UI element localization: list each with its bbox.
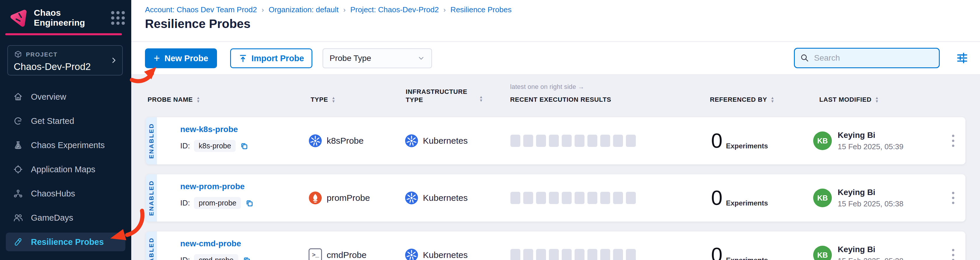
breadcrumb-project[interactable]: Project: Chaos-Dev-Prod2 — [350, 5, 439, 14]
target-icon — [13, 164, 23, 174]
import-probe-button[interactable]: Import Probe — [230, 48, 312, 68]
result-placeholder — [626, 249, 636, 260]
page-title: Resilience Probes — [145, 17, 251, 31]
copy-icon[interactable] — [245, 199, 254, 208]
chaos-engineering-logo-icon — [8, 8, 29, 27]
sort-icon: ▲▼ — [875, 96, 879, 103]
result-placeholder — [613, 192, 623, 204]
result-placeholder — [574, 249, 584, 260]
recent-execution-results — [511, 135, 636, 147]
probe-name-link[interactable]: new-k8s-probe — [180, 125, 238, 134]
column-header-recent-execution-results: RECENT EXECUTION RESULTS — [510, 96, 611, 103]
result-placeholder — [536, 249, 546, 260]
result-placeholder — [523, 135, 533, 147]
sidebar-item-overview[interactable]: Overview — [6, 87, 126, 106]
result-placeholder — [600, 249, 610, 260]
sidebar-item-gamedays[interactable]: GameDays — [6, 208, 126, 227]
id-label: ID: — [180, 198, 190, 208]
status-badge: ENABLED — [146, 231, 157, 260]
copy-icon[interactable] — [240, 142, 248, 151]
probe-name-link[interactable]: new-prom-probe — [180, 182, 245, 191]
avatar: KB — [813, 132, 832, 150]
sidebar-item-chaoshubs[interactable]: ChaosHubs — [6, 184, 126, 203]
search-icon — [800, 53, 810, 63]
referenced-by: 0 Experiments — [711, 231, 768, 260]
breadcrumb-account[interactable]: Account: Chaos Dev Team Prod2 — [145, 5, 257, 14]
page-header: Account: Chaos Dev Team Prod2 › Organiza… — [131, 0, 980, 42]
result-placeholder — [549, 135, 559, 147]
column-header-probe-name[interactable]: PROBE NAME▲▼ — [148, 96, 200, 103]
result-placeholder — [536, 192, 546, 204]
terminal-icon: >_ — [309, 248, 322, 260]
breadcrumb-current[interactable]: Resilience Probes — [450, 5, 512, 14]
probe-row-new-cmd-probe[interactable]: ENABLED new-cmd-probe ID: cmd-probe >_ c… — [146, 231, 966, 260]
row-menu-button[interactable] — [948, 131, 958, 151]
project-selector[interactable]: PROJECT Chaos-Dev-Prod2 — [7, 45, 123, 76]
result-placeholder — [549, 192, 559, 204]
kubernetes-icon — [405, 191, 418, 205]
copy-icon[interactable] — [242, 256, 251, 260]
sidebar-item-chaos-experiments[interactable]: Chaos Experiments — [6, 136, 126, 154]
column-header-last-modified[interactable]: LAST MODIFIED▲▼ — [819, 96, 879, 103]
recent-execution-results — [511, 192, 636, 204]
result-placeholder — [523, 249, 533, 260]
row-menu-button[interactable] — [948, 246, 958, 260]
probe-type-dropdown[interactable]: Probe Type — [323, 48, 432, 68]
search-input[interactable] — [813, 53, 934, 63]
brand-accent-line — [5, 33, 122, 35]
referenced-by: 0 Experiments — [711, 117, 768, 164]
module-grid-icon[interactable] — [111, 11, 125, 25]
network-icon — [13, 188, 23, 199]
sidebar-item-application-maps[interactable]: Application Maps — [6, 160, 126, 179]
sort-icon: ▲▼ — [332, 96, 336, 103]
filter-icon[interactable] — [956, 51, 969, 65]
recent-execution-results — [511, 249, 636, 260]
sidebar-item-resilience-probes[interactable]: Resilience Probes — [6, 233, 126, 251]
probe-id-chip: k8s-probe — [194, 140, 235, 152]
chevron-right-icon — [110, 57, 118, 64]
sidebar-item-get-started[interactable]: Get Started — [6, 112, 126, 130]
result-placeholder — [574, 192, 584, 204]
project-label: PROJECT — [26, 51, 57, 58]
probe-id-chip: cmd-probe — [194, 254, 238, 260]
id-label: ID: — [180, 141, 190, 151]
new-probe-button[interactable]: + New Probe — [145, 48, 217, 68]
avatar: KB — [813, 189, 832, 207]
project-name: Chaos-Dev-Prod2 — [14, 61, 116, 72]
result-placeholder — [587, 192, 597, 204]
result-placeholder — [536, 135, 546, 147]
chaos-engineering-app: Chaos Engineering PROJECT Chaos-Dev-Prod… — [0, 0, 980, 260]
breadcrumb-organization[interactable]: Organization: default — [269, 5, 339, 14]
row-menu-button[interactable] — [948, 188, 958, 208]
last-modified: KB Keying Bi 15 Feb 2025, 05:39 — [813, 117, 904, 164]
results-annotation: latest one on right side → — [510, 83, 584, 90]
get-started-icon — [13, 116, 23, 126]
toolbar: + New Probe Import Probe Probe Type — [131, 42, 980, 75]
result-placeholder — [613, 249, 623, 260]
column-header-type[interactable]: TYPE▲▼ — [310, 96, 336, 103]
column-header-referenced-by[interactable]: REFERENCED BY▲▼ — [710, 96, 775, 103]
home-icon — [13, 92, 23, 102]
result-placeholder — [587, 249, 597, 260]
result-placeholder — [511, 249, 520, 260]
sidebar-nav: Overview Get Started Chaos Experiments A… — [6, 87, 126, 257]
status-badge: ENABLED — [146, 117, 157, 164]
probe-row-new-prom-probe[interactable]: ENABLED new-prom-probe ID: prom-probe pr… — [146, 174, 966, 222]
column-header-infrastructure-type[interactable]: INFRASTRUCTURE TYPE▲▼ — [406, 88, 483, 104]
result-placeholder — [574, 135, 584, 147]
result-placeholder — [511, 192, 520, 204]
probe-row-new-k8s-probe[interactable]: ENABLED new-k8s-probe ID: k8s-probe k8sP… — [146, 117, 966, 164]
result-placeholder — [626, 192, 636, 204]
result-placeholder — [600, 192, 610, 204]
plus-icon: + — [154, 53, 160, 63]
sort-icon: ▲▼ — [771, 96, 775, 103]
result-placeholder — [626, 135, 636, 147]
brand-header: Chaos Engineering — [8, 6, 125, 30]
breadcrumb: Account: Chaos Dev Team Prod2 › Organiza… — [145, 5, 512, 14]
users-icon — [13, 212, 23, 223]
kubernetes-icon — [309, 134, 322, 147]
sort-icon: ▲▼ — [196, 96, 200, 103]
probe-name-link[interactable]: new-cmd-probe — [180, 239, 241, 248]
import-icon — [239, 54, 247, 63]
result-placeholder — [562, 135, 572, 147]
